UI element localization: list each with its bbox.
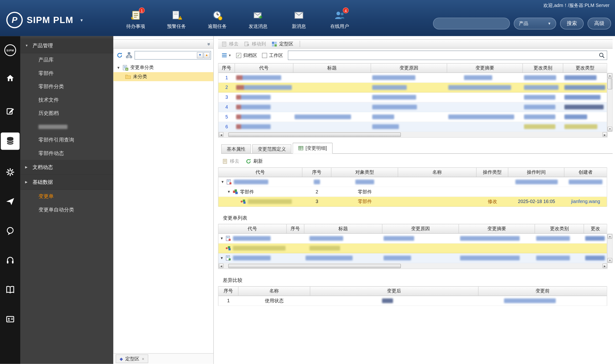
locate-up-icon[interactable]: ▲ (204, 52, 210, 58)
sidebar-item-product-library[interactable]: 产品库 (20, 53, 113, 66)
detail-row-selected[interactable]: 3 零部件 修改 2025-02-18 16:05 jianfeng.wang (219, 197, 607, 207)
sidebar-item-tech-docs[interactable]: 技术文件 (20, 93, 113, 106)
detail-refresh-button[interactable]: 刷新 (246, 158, 263, 165)
nav-overdue-tasks[interactable]: 逾期任务 (206, 10, 228, 30)
sidebar-section-doc-activity[interactable]: ▶ 文档动态 (20, 160, 113, 175)
nav-online-users[interactable]: 4 在线用户 (329, 10, 351, 30)
col-seq[interactable]: 序号 (219, 287, 238, 296)
global-search-input[interactable] (433, 18, 510, 29)
col-code[interactable]: 代号 (235, 64, 293, 73)
col-object-type[interactable]: 对象类型 (332, 168, 398, 177)
col-before[interactable]: 变更前 (478, 287, 607, 296)
sidebar-item-part-reference-query[interactable]: 零部件引用查询 (20, 133, 113, 147)
horizontal-scrollbar[interactable]: ◀ ▶ (219, 132, 608, 137)
vertical-scrollbar[interactable]: ▲ ▼ (607, 234, 613, 263)
sidebar-item-history-drawings[interactable]: 历史图档 (20, 107, 113, 120)
search-button[interactable]: 搜索 (560, 18, 584, 29)
table-row[interactable]: 3 (219, 92, 607, 102)
col-change-type[interactable]: 更改类型 (563, 64, 607, 73)
sidebar-item-redacted[interactable] (20, 120, 113, 133)
rail-support[interactable] (0, 252, 20, 269)
col-code[interactable]: 代号 (219, 224, 287, 234)
col-change-category[interactable]: 更改类别 (523, 64, 563, 73)
col-title[interactable]: 标题 (293, 64, 371, 73)
search-scope-select[interactable]: 产品 ▼ (514, 18, 556, 29)
expander-down-icon[interactable]: ▼ (220, 236, 224, 240)
col-op-type[interactable]: 操作类型 (476, 168, 509, 177)
table-row[interactable]: 5 (219, 112, 607, 122)
move-to-button[interactable]: 移动到 (244, 41, 266, 47)
col-change-category[interactable]: 更改类别 (535, 224, 584, 234)
nav-new-message[interactable]: 新消息 (288, 10, 310, 30)
search-icon[interactable] (598, 52, 605, 58)
tree-node-uncategorized[interactable]: 未分类 (113, 72, 213, 81)
diff-row[interactable]: 1 使用状态 (219, 296, 607, 306)
col-seq[interactable]: 序号 (302, 168, 332, 177)
vertical-scrollbar[interactable]: ▲ ▼ (607, 73, 613, 132)
col-creator[interactable]: 创建者 (564, 168, 607, 177)
list-row-selected[interactable] (219, 243, 607, 253)
scroll-left-icon[interactable]: ◀ (219, 264, 224, 268)
sidebar-item-part-activity[interactable]: 零部件动态 (20, 147, 113, 160)
locate-down-icon[interactable]: ▼ (197, 52, 203, 58)
scroll-down-icon[interactable]: ▼ (608, 258, 612, 263)
expander-down-icon[interactable]: ▼ (227, 190, 231, 194)
table-row[interactable]: 6 (219, 122, 607, 132)
collapse-panel-icon[interactable]: » (206, 42, 212, 45)
sidebar-item-change-order[interactable]: 变更单 (20, 190, 113, 203)
col-name[interactable]: 名称 (398, 168, 477, 177)
rail-database[interactable] (1, 133, 19, 150)
sidebar-section-base-data[interactable]: ▶ 基础数据 (20, 175, 113, 190)
scrollbar-thumb[interactable] (608, 78, 612, 89)
tree-filter-input[interactable] (136, 52, 196, 59)
rail-book[interactable] (0, 282, 20, 299)
col-seq[interactable]: 序号 (287, 224, 304, 234)
rail-home[interactable] (0, 70, 20, 87)
list-row[interactable]: ▼ (219, 253, 607, 263)
scrollbar-thumb[interactable] (228, 132, 401, 137)
nav-send-message[interactable]: 发送消息 (247, 10, 269, 30)
scroll-right-icon[interactable]: ▶ (602, 264, 607, 268)
expander-down-icon[interactable]: ▼ (117, 65, 120, 69)
detail-row[interactable]: ▼ (219, 177, 607, 187)
col-reason[interactable]: 变更原因 (382, 224, 459, 234)
horizontal-scrollbar[interactable]: ◀ ▶ (219, 263, 608, 269)
finalize-zone-tab[interactable]: ◆ 定型区 × (116, 354, 148, 363)
tree-root-change-category[interactable]: ▼ 变更单分类 (113, 63, 213, 72)
advanced-search-button[interactable]: 高级 (588, 18, 611, 29)
nav-todo[interactable]: 1 待办事项 (125, 10, 147, 30)
col-code[interactable]: 代号 (219, 168, 302, 177)
scroll-up-icon[interactable]: ▲ (608, 234, 612, 239)
finalize-zone-button[interactable]: 定型区 (271, 41, 293, 47)
list-view-button[interactable]: ▼ (221, 52, 231, 58)
close-icon[interactable]: × (142, 356, 144, 361)
tab-change-scope[interactable]: 变更范围定义 (252, 144, 291, 154)
expander-down-icon[interactable]: ▼ (221, 180, 224, 184)
rail-idcard[interactable] (0, 311, 20, 328)
detail-row[interactable]: ▼ 零部件 2 零部件 (219, 187, 607, 197)
nav-alert-tasks[interactable]: 预警任务 (166, 10, 187, 30)
col-title[interactable]: 标题 (304, 224, 383, 234)
remove-button[interactable]: 移去 (221, 41, 238, 47)
tab-change-detail[interactable]: [变更明细] (292, 143, 332, 154)
tree-refresh-button[interactable] (116, 51, 123, 59)
col-summary[interactable]: 变更摘要 (459, 224, 535, 234)
table-row[interactable]: 1 (219, 73, 607, 83)
archive-zone-checkbox[interactable]: ✓ 归档区 (236, 52, 257, 59)
col-change-type-truncated[interactable]: 更改 (584, 224, 607, 234)
rail-sipm-badge[interactable]: SIPM (0, 41, 20, 59)
table-search-input[interactable] (288, 52, 607, 59)
col-summary[interactable]: 变更摘要 (447, 64, 523, 73)
rail-loading[interactable] (0, 164, 20, 181)
col-name[interactable]: 名称 (238, 287, 310, 296)
detail-remove-button[interactable]: 移去 (222, 158, 239, 165)
sidebar-item-parts[interactable]: 零部件 (20, 66, 113, 80)
scroll-left-icon[interactable]: ◀ (219, 132, 224, 137)
sidebar-item-change-order-auto-category[interactable]: 变更单自动分类 (20, 203, 113, 216)
list-row[interactable]: ▼ (219, 234, 607, 244)
tab-basic-properties[interactable]: 基本属性 (221, 144, 251, 154)
sidebar-item-part-category[interactable]: 零部件分类 (20, 80, 113, 93)
scroll-up-icon[interactable]: ▲ (608, 73, 612, 78)
table-row-selected[interactable]: 2 (219, 83, 607, 92)
col-reason[interactable]: 变更原因 (371, 64, 447, 73)
